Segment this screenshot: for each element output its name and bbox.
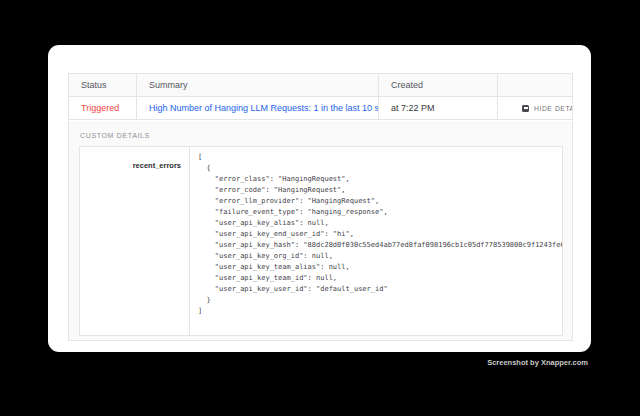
- table-header-row: Status Summary Created: [69, 74, 572, 96]
- hide-details-button[interactable]: HIDE DETAILS: [510, 105, 572, 112]
- alerts-table: Status Summary Created Triggered High Nu…: [68, 73, 573, 120]
- recent-errors-json: [ { "error_class": "HangingRequest", "er…: [198, 152, 556, 317]
- alert-summary-link[interactable]: High Number of Hanging LLM Requests: 1 i…: [149, 103, 379, 113]
- status-cell: Triggered: [69, 97, 137, 119]
- custom-details-box: recent_errors [ { "error_class": "Hangin…: [79, 146, 563, 336]
- created-timestamp: at 7:22 PM: [391, 103, 435, 113]
- created-cell: at 7:22 PM: [379, 97, 498, 119]
- actions-cell: HIDE DETAILS: [498, 97, 572, 119]
- column-header-label: Summary: [149, 80, 188, 90]
- alert-details-card: Status Summary Created Triggered High Nu…: [48, 45, 591, 352]
- screenshot-watermark: Screenshot by Xnapper.com: [487, 358, 588, 367]
- summary-cell: High Number of Hanging LLM Requests: 1 i…: [137, 97, 379, 119]
- column-header-label: Created: [391, 80, 423, 90]
- custom-details-section: CUSTOM DETAILS recent_errors [ { "error_…: [68, 121, 573, 341]
- column-header-created: Created: [379, 74, 498, 96]
- details-key-label: recent_errors: [133, 161, 181, 170]
- column-header-label: Status: [81, 80, 107, 90]
- alert-row: Triggered High Number of Hanging LLM Req…: [69, 96, 572, 119]
- column-header-actions: [498, 74, 572, 96]
- hide-details-label: HIDE DETAILS: [534, 105, 572, 112]
- details-value-column: [ { "error_class": "HangingRequest", "er…: [190, 147, 562, 335]
- status-badge: Triggered: [81, 103, 119, 113]
- custom-details-heading: CUSTOM DETAILS: [80, 132, 563, 139]
- details-key-column: recent_errors: [80, 147, 190, 335]
- minus-square-icon: [522, 105, 529, 112]
- column-header-summary: Summary: [137, 74, 379, 96]
- column-header-status: Status: [69, 74, 137, 96]
